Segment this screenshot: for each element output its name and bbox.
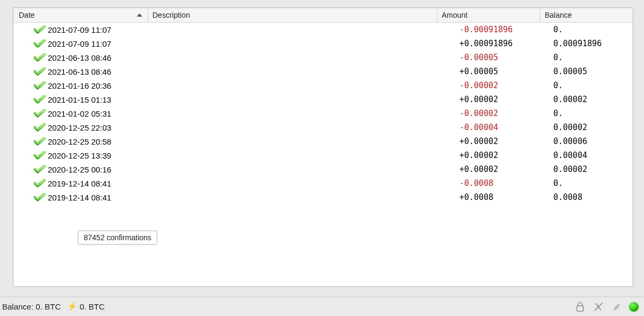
lightning-icon: ⚡ bbox=[67, 301, 77, 311]
cell-date: 2020-12-25 13:39 bbox=[13, 151, 138, 160]
table-row[interactable]: 2020-12-25 22:03-0.000040.00002 bbox=[13, 120, 633, 134]
date-text: 2021-07-09 11:07 bbox=[48, 39, 111, 48]
table-row[interactable]: 2021-07-09 11:07-0.000918960. bbox=[13, 23, 633, 37]
confirmed-check-icon bbox=[34, 39, 45, 48]
cell-date: 2021-07-09 11:07 bbox=[13, 39, 138, 48]
cell-amount: -0.00005 bbox=[455, 53, 549, 62]
cell-balance: 0.0008 bbox=[549, 192, 633, 202]
network-status-icon[interactable] bbox=[629, 302, 639, 312]
date-text: 2020-12-25 20:58 bbox=[48, 137, 111, 146]
cell-amount: +0.00002 bbox=[455, 150, 549, 160]
column-header-amount[interactable]: Amount bbox=[437, 8, 540, 22]
cell-amount: +0.0008 bbox=[455, 192, 549, 202]
confirmed-check-icon bbox=[34, 81, 45, 90]
date-text: 2020-12-25 00:16 bbox=[48, 165, 111, 174]
cell-balance: 0.00002 bbox=[549, 95, 633, 104]
cell-amount: -0.00091896 bbox=[455, 25, 549, 34]
date-text: 2021-01-02 05:31 bbox=[48, 109, 111, 118]
date-text: 2019-12-14 08:41 bbox=[48, 193, 111, 202]
balance-value: 0. BTC bbox=[36, 302, 61, 311]
cell-date: 2021-06-13 08:46 bbox=[13, 67, 138, 76]
table-row[interactable]: 2021-01-16 20:36-0.000020. bbox=[13, 78, 633, 92]
cell-amount: -0.00002 bbox=[455, 81, 549, 90]
column-header-date-label: Date bbox=[19, 11, 35, 19]
cell-amount: +0.00002 bbox=[455, 95, 549, 104]
date-text: 2019-12-14 08:41 bbox=[48, 179, 111, 188]
cell-balance: 0.00002 bbox=[549, 164, 633, 174]
status-text: Balance: 0. BTC ⚡ 0. BTC bbox=[2, 302, 105, 312]
cell-balance: 0.00006 bbox=[549, 137, 633, 146]
cell-date: 2021-01-16 20:36 bbox=[13, 81, 138, 90]
confirmed-check-icon bbox=[34, 25, 45, 34]
confirmations-tooltip: 87452 confirmations bbox=[78, 231, 157, 245]
cell-amount: +0.00002 bbox=[455, 164, 549, 174]
confirmations-tooltip-text: 87452 confirmations bbox=[84, 233, 151, 242]
date-text: 2020-12-25 22:03 bbox=[48, 123, 111, 132]
svg-rect-0 bbox=[577, 306, 583, 311]
table-header: Date Description Amount Balance bbox=[13, 8, 633, 23]
column-header-description-label: Description bbox=[152, 11, 190, 19]
column-header-description[interactable]: Description bbox=[148, 8, 437, 22]
history-panel: Date Description Amount Balance 2021-07-… bbox=[13, 8, 633, 287]
table-row[interactable]: 2021-07-09 11:07+0.000918960.00091896 bbox=[13, 37, 633, 51]
cell-amount: -0.00004 bbox=[455, 123, 549, 132]
cell-balance: 0. bbox=[549, 53, 633, 62]
sort-asc-icon bbox=[137, 13, 142, 17]
seed-icon[interactable] bbox=[611, 301, 623, 313]
cell-balance: 0. bbox=[549, 178, 633, 188]
date-text: 2021-06-13 08:46 bbox=[48, 53, 111, 62]
cell-date: 2021-01-02 05:31 bbox=[13, 109, 138, 118]
confirmed-check-icon bbox=[34, 53, 45, 62]
cell-balance: 0. bbox=[549, 109, 633, 118]
tools-icon[interactable] bbox=[592, 301, 604, 313]
table-row[interactable]: 2020-12-25 13:39+0.000020.00004 bbox=[13, 148, 633, 162]
table-row[interactable]: 2021-01-15 01:13+0.000020.00002 bbox=[13, 92, 633, 106]
transaction-list: 2021-07-09 11:07-0.000918960. 2021-07-09… bbox=[13, 23, 633, 204]
cell-amount: +0.00002 bbox=[455, 137, 549, 146]
column-header-amount-label: Amount bbox=[442, 11, 467, 19]
table-row[interactable]: 2019-12-14 08:41+0.00080.0008 bbox=[13, 190, 633, 204]
cell-balance: 0. bbox=[549, 25, 633, 34]
date-text: 2021-06-13 08:46 bbox=[48, 67, 111, 76]
balance-label: Balance: bbox=[2, 302, 33, 311]
table-row[interactable]: 2021-06-13 08:46+0.000050.00005 bbox=[13, 64, 633, 78]
cell-amount: +0.00005 bbox=[455, 67, 549, 76]
column-header-balance[interactable]: Balance bbox=[540, 8, 633, 22]
cell-date: 2019-12-14 08:41 bbox=[13, 179, 138, 188]
table-row[interactable]: 2021-01-02 05:31-0.000020. bbox=[13, 106, 633, 120]
confirmed-check-icon bbox=[34, 137, 45, 146]
cell-date: 2020-12-25 22:03 bbox=[13, 123, 138, 132]
cell-amount: -0.00002 bbox=[455, 109, 549, 118]
column-header-balance-label: Balance bbox=[545, 11, 572, 19]
cell-balance: 0.00005 bbox=[549, 67, 633, 76]
cell-balance: 0.00002 bbox=[549, 123, 633, 132]
confirmed-check-icon bbox=[34, 193, 45, 202]
cell-date: 2021-07-09 11:07 bbox=[13, 25, 138, 34]
confirmed-check-icon bbox=[34, 151, 45, 160]
status-icons bbox=[574, 301, 639, 313]
column-header-date[interactable]: Date bbox=[13, 8, 148, 22]
cell-date: 2021-01-15 01:13 bbox=[13, 95, 138, 104]
cell-balance: 0. bbox=[549, 81, 633, 90]
status-bar: Balance: 0. BTC ⚡ 0. BTC bbox=[0, 297, 644, 316]
cell-date: 2021-06-13 08:46 bbox=[13, 53, 138, 62]
table-row[interactable]: 2020-12-25 00:16+0.000020.00002 bbox=[13, 162, 633, 176]
lock-icon[interactable] bbox=[574, 301, 586, 313]
table-row[interactable]: 2019-12-14 08:41-0.00080. bbox=[13, 176, 633, 190]
lightning-balance-value: 0. BTC bbox=[79, 302, 105, 311]
cell-date: 2019-12-14 08:41 bbox=[13, 193, 138, 202]
date-text: 2021-07-09 11:07 bbox=[48, 25, 111, 34]
cell-amount: +0.00091896 bbox=[455, 39, 549, 48]
date-text: 2020-12-25 13:39 bbox=[48, 151, 111, 160]
table-row[interactable]: 2021-06-13 08:46-0.000050. bbox=[13, 51, 633, 64]
table-row[interactable]: 2020-12-25 20:58+0.000020.00006 bbox=[13, 134, 633, 148]
cell-balance: 0.00004 bbox=[549, 150, 633, 160]
confirmed-check-icon bbox=[34, 165, 45, 174]
cell-amount: -0.0008 bbox=[455, 178, 549, 188]
confirmed-check-icon bbox=[34, 95, 45, 104]
date-text: 2021-01-15 01:13 bbox=[48, 95, 111, 104]
cell-date: 2020-12-25 00:16 bbox=[13, 165, 138, 174]
cell-balance: 0.00091896 bbox=[549, 39, 633, 48]
cell-date: 2020-12-25 20:58 bbox=[13, 137, 138, 146]
confirmed-check-icon bbox=[34, 109, 45, 118]
